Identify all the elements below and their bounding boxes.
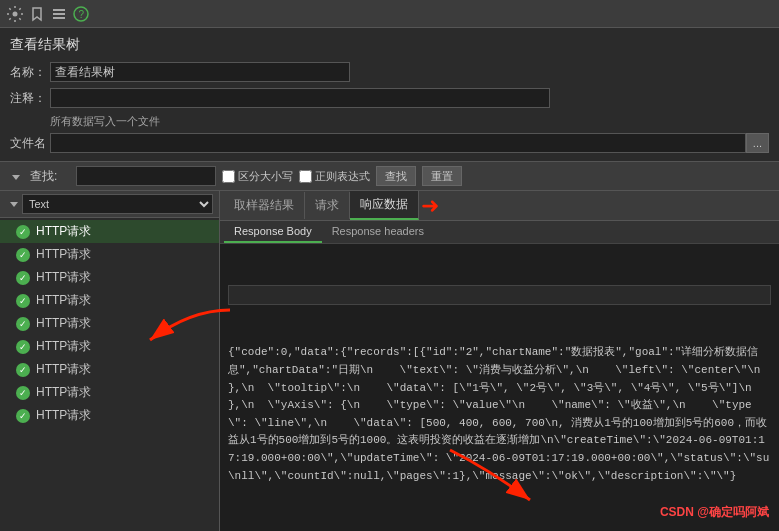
tab-response-data[interactable]: 响应数据	[350, 191, 419, 220]
tree-item-label: HTTP请求	[36, 246, 91, 263]
comment-input[interactable]	[50, 88, 550, 108]
tree-item-label: HTTP请求	[36, 384, 91, 401]
sub-tabs-bar: Response Body Response headers	[220, 221, 779, 244]
left-panel: Text HTTP请求 HTTP请求 HTTP请求 HTTP请求 HT	[0, 191, 220, 531]
watermark: CSDN @确定吗阿斌	[660, 504, 769, 521]
search-tri	[8, 169, 24, 183]
filename-input[interactable]	[50, 133, 746, 153]
sub-tab-response-headers[interactable]: Response headers	[322, 221, 434, 243]
tree-item-label: HTTP请求	[36, 223, 91, 240]
tabs-bar: 取样器结果 请求 响应数据 ➜	[220, 191, 779, 221]
name-input[interactable]	[50, 62, 350, 82]
status-icon	[16, 409, 30, 423]
regex-checkbox[interactable]	[299, 170, 312, 183]
response-body: {"code":0,"data":{"records":[{"id":"2","…	[220, 244, 779, 531]
tree-item-label: HTTP请求	[36, 338, 91, 355]
tree-item[interactable]: HTTP请求	[0, 266, 219, 289]
tree-list: HTTP请求 HTTP请求 HTTP请求 HTTP请求 HTTP请求 HTTP请…	[0, 218, 219, 531]
comment-label: 注释：	[10, 90, 50, 107]
view-select[interactable]: Text	[22, 194, 213, 214]
help-icon[interactable]: ?	[72, 5, 90, 23]
status-icon	[16, 271, 30, 285]
case-sensitive-label[interactable]: 区分大小写	[222, 169, 293, 184]
left-panel-header: Text	[0, 191, 219, 218]
tree-item[interactable]: HTTP请求	[0, 312, 219, 335]
svg-rect-1	[53, 9, 65, 11]
tab-sampler-result[interactable]: 取样器结果	[224, 192, 305, 219]
status-icon	[16, 363, 30, 377]
tree-item[interactable]: HTTP请求	[0, 335, 219, 358]
gear-icon[interactable]	[6, 5, 24, 23]
split-area: Text HTTP请求 HTTP请求 HTTP请求 HTTP请求 HT	[0, 191, 779, 531]
tree-item[interactable]: HTTP请求	[0, 220, 219, 243]
bookmark-icon[interactable]	[28, 5, 46, 23]
status-icon	[16, 225, 30, 239]
browse-button[interactable]: ...	[746, 133, 769, 153]
reset-button[interactable]: 重置	[422, 166, 462, 186]
tree-item-label: HTTP请求	[36, 407, 91, 424]
expand-icon	[10, 202, 18, 207]
list-icon[interactable]	[50, 5, 68, 23]
tab-request[interactable]: 请求	[305, 192, 350, 219]
status-icon	[16, 317, 30, 331]
arrow-icon: ➜	[421, 195, 439, 217]
form-section: 查看结果树 名称： 注释： 所有数据写入一个文件 文件名 ...	[0, 28, 779, 161]
toolbar: ?	[0, 0, 779, 28]
tree-item[interactable]: HTTP请求	[0, 358, 219, 381]
sub-tab-response-body[interactable]: Response Body	[224, 221, 322, 243]
tree-item-label: HTTP请求	[36, 315, 91, 332]
tree-item-label: HTTP请求	[36, 292, 91, 309]
svg-rect-2	[53, 13, 65, 15]
note-text: 所有数据写入一个文件	[50, 114, 769, 129]
name-label: 名称：	[10, 64, 50, 81]
status-icon	[16, 294, 30, 308]
search-label: 查找:	[30, 168, 70, 185]
search-bar: 查找: 区分大小写 正则表达式 查找 重置	[0, 161, 779, 191]
status-icon	[16, 248, 30, 262]
search-input[interactable]	[76, 166, 216, 186]
status-icon	[16, 340, 30, 354]
filename-label: 文件名	[10, 135, 50, 152]
tree-item[interactable]: HTTP请求	[0, 289, 219, 312]
tree-item-label: HTTP请求	[36, 361, 91, 378]
case-sensitive-checkbox[interactable]	[222, 170, 235, 183]
find-button[interactable]: 查找	[376, 166, 416, 186]
name-row: 名称：	[10, 62, 769, 82]
tree-item-label: HTTP请求	[36, 269, 91, 286]
right-panel: 取样器结果 请求 响应数据 ➜ Response Body Response h…	[220, 191, 779, 531]
comment-row: 注释：	[10, 88, 769, 108]
status-icon	[16, 386, 30, 400]
svg-rect-3	[53, 17, 65, 19]
page-title: 查看结果树	[10, 36, 769, 54]
regex-label[interactable]: 正则表达式	[299, 169, 370, 184]
svg-text:?: ?	[79, 9, 85, 20]
tree-item[interactable]: HTTP请求	[0, 381, 219, 404]
filename-row: 文件名 ...	[10, 133, 769, 153]
tree-item[interactable]: HTTP请求	[0, 243, 219, 266]
svg-point-0	[13, 11, 18, 16]
tree-item[interactable]: HTTP请求	[0, 404, 219, 427]
